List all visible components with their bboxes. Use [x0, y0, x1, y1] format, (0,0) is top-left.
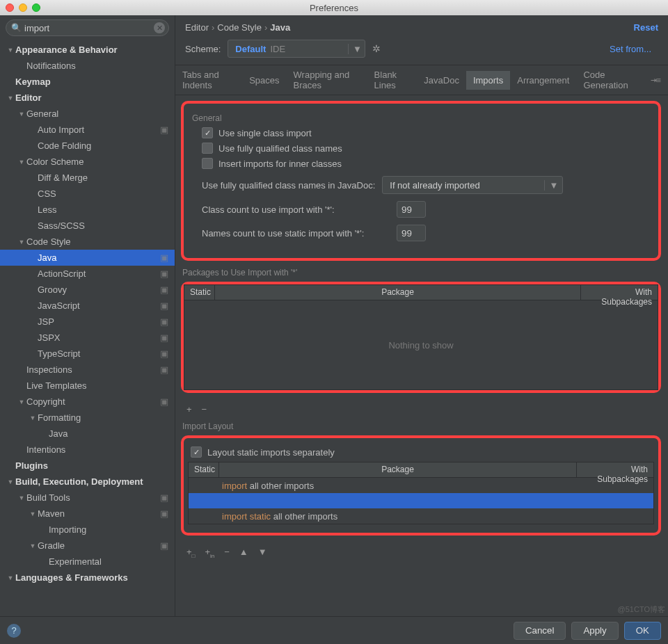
section-general: General Use single class import Use full… — [181, 101, 661, 261]
checkbox-use-fq[interactable] — [202, 143, 213, 154]
sidebar-item[interactable]: ▼General — [0, 106, 175, 122]
sidebar-item[interactable]: ▼Editor — [0, 90, 175, 106]
sidebar-item[interactable]: ▼Build Tools▣ — [0, 490, 175, 506]
sidebar-item[interactable]: ▼Appearance & Behavior — [0, 42, 175, 58]
reset-link[interactable]: Reset — [634, 22, 658, 33]
tab-wrapping-and-braces[interactable]: Wrapping and Braces — [287, 65, 367, 95]
chevron-down-icon: ▼ — [348, 44, 362, 54]
sidebar-item[interactable]: ActionScript▣ — [0, 266, 175, 282]
sidebar-item[interactable]: Auto Import▣ — [0, 122, 175, 138]
module-icon: ▣ — [159, 540, 169, 551]
tabs-bar: Tabs and IndentsSpacesWrapping and Brace… — [175, 65, 668, 95]
section-packages: Static Package With Subpackages Nothing … — [181, 282, 661, 393]
module-icon: ▣ — [159, 364, 169, 375]
sidebar-item[interactable]: Diff & Merge — [0, 170, 175, 186]
table-row[interactable]: import all other imports — [189, 478, 653, 493]
section-title: Packages to Use Import with '*' — [182, 268, 661, 277]
scheme-label: Scheme: — [185, 44, 221, 54]
search-icon: 🔍 — [11, 23, 22, 33]
sidebar-item[interactable]: Importing — [0, 522, 175, 538]
titlebar: Preferences — [0, 0, 668, 15]
module-icon: ▣ — [159, 492, 169, 503]
sidebar-item[interactable]: Notifications — [0, 58, 175, 74]
tab-imports[interactable]: Imports — [466, 71, 510, 90]
module-icon: ▣ — [159, 316, 169, 327]
sidebar-item[interactable]: JavaScript▣ — [0, 298, 175, 314]
fq-javadoc-dropdown[interactable]: If not already imported▼ — [382, 176, 563, 194]
section-title: Import Layout — [182, 421, 661, 431]
sidebar-item[interactable]: Sass/SCSS — [0, 218, 175, 234]
names-count-input[interactable] — [397, 225, 426, 241]
tab-javadoc[interactable]: JavaDoc — [417, 71, 466, 90]
table-row[interactable]: import static all other imports — [189, 508, 653, 524]
add-package-icon[interactable]: +□ — [186, 547, 195, 559]
sidebar-item[interactable]: Java▣ — [0, 250, 175, 266]
remove-icon[interactable]: − — [202, 404, 207, 414]
sidebar-item[interactable]: CSS — [0, 186, 175, 202]
breadcrumb: Editor›Code Style›Java — [185, 22, 290, 33]
tab-tabs-and-indents[interactable]: Tabs and Indents — [175, 65, 242, 95]
tab-arrangement[interactable]: Arrangement — [510, 71, 576, 90]
sidebar-item[interactable]: JSP▣ — [0, 314, 175, 330]
settings-tree: ▼Appearance & BehaviorNotificationsKeyma… — [0, 40, 175, 616]
sidebar-item[interactable]: ▼Copyright▣ — [0, 394, 175, 410]
search-input[interactable] — [6, 19, 169, 36]
sidebar-item[interactable]: JSPX▣ — [0, 330, 175, 346]
move-down-icon[interactable]: ▼ — [258, 547, 267, 559]
sidebar-item[interactable]: Plugins — [0, 458, 175, 474]
tab-blank-lines[interactable]: Blank Lines — [367, 65, 418, 95]
ok-button[interactable]: OK — [624, 622, 661, 640]
checkbox-layout-static[interactable] — [191, 446, 202, 458]
sidebar-item[interactable]: ▼Code Style — [0, 234, 175, 250]
module-icon: ▣ — [159, 252, 169, 263]
set-from-link[interactable]: Set from... — [610, 44, 658, 54]
sidebar: 🔍 ✕ ▼Appearance & BehaviorNotificationsK… — [0, 15, 175, 616]
table-row[interactable] — [189, 493, 653, 508]
sidebar-item[interactable]: ▼Languages & Frameworks — [0, 570, 175, 586]
module-icon: ▣ — [159, 124, 169, 135]
checkbox-use-single[interactable] — [202, 127, 213, 138]
chevron-down-icon: ▼ — [544, 180, 558, 191]
sidebar-item[interactable]: TypeScript▣ — [0, 346, 175, 362]
sidebar-item[interactable]: ▼Gradle▣ — [0, 538, 175, 554]
sidebar-item[interactable]: Keymap — [0, 74, 175, 90]
module-icon: ▣ — [159, 284, 169, 295]
sidebar-item[interactable]: Code Folding — [0, 138, 175, 154]
layout-rows: import all other importsimport static al… — [189, 478, 653, 524]
help-icon[interactable]: ? — [7, 624, 21, 638]
add-blank-icon[interactable]: +in — [205, 547, 214, 559]
content-panel: Editor›Code Style›Java Reset Scheme: Def… — [175, 15, 668, 616]
sidebar-item[interactable]: Inspections▣ — [0, 362, 175, 378]
tab-overflow-icon[interactable]: ⇥≡ — [644, 76, 668, 85]
table-header: Static Package With Subpackages — [189, 462, 653, 478]
fq-javadoc-label: Use fully qualified class names in JavaD… — [202, 180, 375, 191]
cancel-button[interactable]: Cancel — [514, 622, 566, 640]
module-icon: ▣ — [159, 332, 169, 343]
add-icon[interactable]: + — [186, 404, 192, 414]
class-count-input[interactable] — [397, 201, 426, 218]
checkbox-insert-inner[interactable] — [202, 158, 213, 169]
section-import-layout: Layout static imports separately Static … — [181, 435, 661, 536]
sidebar-item[interactable]: Groovy▣ — [0, 282, 175, 298]
clear-search-icon[interactable]: ✕ — [154, 22, 165, 33]
sidebar-item[interactable]: Live Templates — [0, 378, 175, 394]
sidebar-item[interactable]: ▼Formatting — [0, 410, 175, 426]
sidebar-item[interactable]: Experimental — [0, 554, 175, 570]
module-icon: ▣ — [159, 348, 169, 359]
sidebar-item[interactable]: ▼Build, Execution, Deployment — [0, 474, 175, 490]
remove-icon[interactable]: − — [224, 547, 230, 559]
watermark: @51CTO博客 — [618, 604, 665, 615]
apply-button[interactable]: Apply — [571, 622, 618, 640]
sidebar-item[interactable]: ▼Color Scheme — [0, 154, 175, 170]
module-icon: ▣ — [159, 268, 169, 279]
scheme-dropdown[interactable]: Default IDE ▼ — [228, 40, 365, 58]
sidebar-item[interactable]: ▼Maven▣ — [0, 506, 175, 522]
sidebar-item[interactable]: Intentions — [0, 442, 175, 458]
move-up-icon[interactable]: ▲ — [239, 547, 248, 559]
tab-spaces[interactable]: Spaces — [242, 71, 286, 90]
module-icon: ▣ — [159, 300, 169, 311]
sidebar-item[interactable]: Java — [0, 426, 175, 442]
tab-code-generation[interactable]: Code Generation — [576, 65, 643, 95]
sidebar-item[interactable]: Less — [0, 202, 175, 218]
gear-icon[interactable]: ✲ — [372, 43, 381, 54]
